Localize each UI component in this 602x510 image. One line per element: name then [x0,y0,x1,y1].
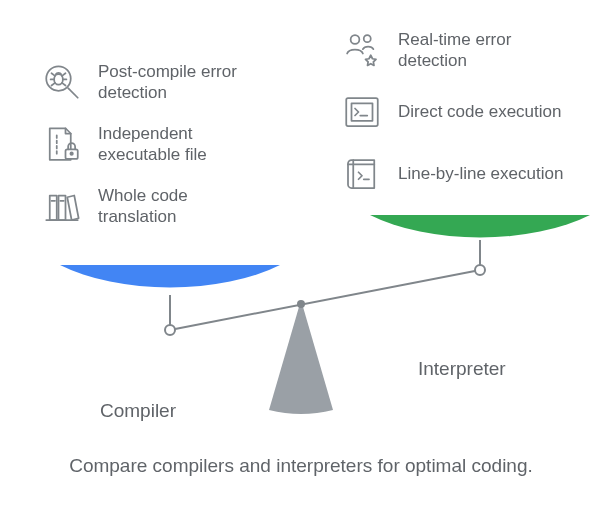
diagram-caption: Compare compilers and interpreters for o… [0,455,602,477]
interpreter-label: Interpreter [418,358,506,380]
compiler-label: Compiler [100,400,176,422]
left-pan [60,265,280,287]
balance-scale [0,0,602,510]
scale-base [269,300,333,414]
left-hanger-ring [165,325,175,335]
comparison-diagram: Post-compile error detection Independent… [0,0,602,510]
scale-pivot [297,300,305,308]
right-hanger-ring [475,265,485,275]
right-pan [370,215,590,237]
